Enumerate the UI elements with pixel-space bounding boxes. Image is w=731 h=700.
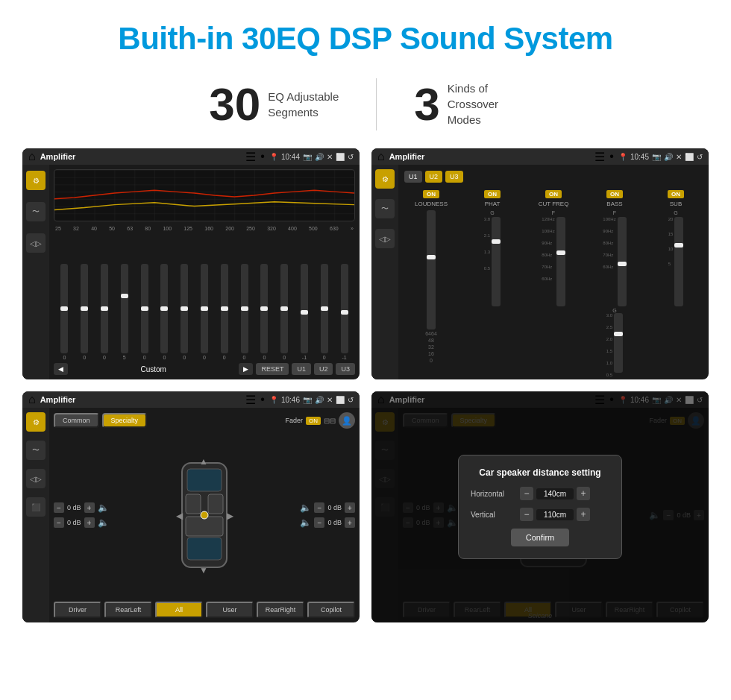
bass-on[interactable]: ON [606,190,623,198]
svg-rect-2 [187,469,222,491]
dialog-horizontal-minus[interactable]: − [520,487,533,500]
svg-rect-6 [186,517,223,536]
svg-text:▼: ▼ [199,565,208,575]
sp-fl-value: 0 dB [67,504,81,511]
amp-wave-btn[interactable]: 〜 [375,199,395,218]
screen-title-bl: Amplifier [40,395,242,404]
eq-next-btn[interactable]: ▶ [239,363,253,375]
sp-rl-minus[interactable]: − [54,517,64,528]
rear-left-btn[interactable]: RearLeft [104,602,152,618]
specialty-btn[interactable]: Specialty [102,413,148,428]
sub-label: SUB [670,201,682,207]
camera-icon-tr[interactable]: 📷 [652,153,661,161]
screen-icon-tr[interactable]: ⬜ [685,153,694,161]
fader-wave-btn[interactable]: 〜 [26,441,46,460]
rear-right-btn[interactable]: RearRight [257,602,304,618]
status-bar-bl: ⌂ Amplifier ☰ • 📍 10:46 📷 🔊 ✕ ⬜ ↺ [22,391,360,408]
driver-btn[interactable]: Driver [54,602,101,618]
eq-tune-btn[interactable]: ⚙ [26,171,46,190]
eq-vol-btn[interactable]: ◁▷ [26,233,46,253]
volume-icon-bl[interactable]: 🔊 [315,396,324,404]
sp-rr-minus[interactable]: − [314,517,324,528]
amp-u3-btn[interactable]: U3 [445,171,463,183]
page-title: Buith-in 30EQ DSP Sound System [0,0,731,70]
location-icon-tl: 📍 [269,153,278,161]
screen-title-tl: Amplifier [40,152,242,161]
fader-bt-btn[interactable]: ⬛ [26,497,46,517]
home-icon-bl[interactable]: ⌂ [28,393,36,406]
screen-fader: ⌂ Amplifier ☰ • 📍 10:46 📷 🔊 ✕ ⬜ ↺ ⚙ 〜 ◁▷… [22,391,360,622]
time-tl: 10:44 [281,153,300,161]
amp-u2-btn[interactable]: U2 [425,171,443,183]
speaker-fr: 🔈 − 0 dB + [300,502,355,513]
home-icon-tr[interactable]: ⌂ [377,150,385,163]
screen-icon-tl[interactable]: ⬜ [336,153,345,161]
back-icon-tr[interactable]: ↺ [697,153,703,161]
screen-icon-bl[interactable]: ⬜ [336,396,345,404]
phat-on[interactable]: ON [484,190,501,198]
fader-tune-btn[interactable]: ⚙ [26,412,46,432]
fader-vol-btn[interactable]: ◁▷ [26,469,46,488]
x-icon-tr[interactable]: ✕ [676,153,682,161]
eq-u1-btn[interactable]: U1 [292,363,311,375]
eq-reset-btn[interactable]: RESET [256,363,289,375]
amp-side-controls: ⚙ 〜 ◁▷ [371,165,398,379]
dialog-vertical-minus[interactable]: − [520,508,533,521]
user-btn[interactable]: User [206,602,254,618]
eq-slider-6: 0 [175,264,194,360]
common-btn[interactable]: Common [54,413,99,428]
menu-icon-tl[interactable]: ☰ [245,150,256,164]
all-btn[interactable]: All [155,602,203,618]
dialog-horizontal-plus[interactable]: + [577,487,590,500]
cutfreq-on[interactable]: ON [545,190,562,198]
speaker-rl: − 0 dB + 🔈 [54,517,109,528]
back-icon-tl[interactable]: ↺ [348,153,354,161]
sub-on[interactable]: ON [668,190,684,198]
fader-screen-body: ⚙ 〜 ◁▷ ⬛ Common Specialty Fader ON ⊟⊟ 👤 [22,408,360,622]
dialog-horizontal-value: 140cm [536,488,574,499]
volume-icon-tr[interactable]: 🔊 [664,153,673,161]
fader-sliders-icon[interactable]: ⊟⊟ [324,417,336,425]
sp-fr-minus[interactable]: − [314,502,324,513]
eq-wave-btn[interactable]: 〜 [26,202,46,221]
dialog-vertical-value: 110cm [536,509,574,520]
camera-icon-bl[interactable]: 📷 [303,396,312,404]
volume-icon-tl[interactable]: 🔊 [315,153,324,161]
dialog-vertical-plus[interactable]: + [577,508,590,521]
x-icon-bl[interactable]: ✕ [327,396,333,404]
amp-ch-loudness: ON LOUDNESS 6464 48 32 16 [403,190,459,377]
eq-slider-1: 0 [75,264,94,360]
time-tr: 10:45 [630,153,649,161]
copilot-btn[interactable]: Copilot [307,602,355,618]
eq-slider-7: 0 [195,264,214,360]
menu-icon-tr[interactable]: ☰ [594,150,605,164]
amp-tune-btn[interactable]: ⚙ [375,169,395,189]
speaker-layout: − 0 dB + 🔈 − 0 dB + 🔈 [54,435,355,596]
sp-fl-plus[interactable]: + [84,502,95,513]
sp-rr-plus[interactable]: + [345,517,355,528]
fader-person-icon[interactable]: 👤 [339,412,355,429]
svg-rect-5 [208,494,223,514]
svg-rect-4 [186,494,201,514]
confirm-button[interactable]: Confirm [511,529,570,546]
x-icon-tl[interactable]: ✕ [327,153,333,161]
sp-rl-plus[interactable]: + [84,517,95,528]
eq-u2-btn[interactable]: U2 [314,363,333,375]
amp-u1-btn[interactable]: U1 [404,171,422,183]
sp-fr-plus[interactable]: + [345,502,355,513]
screens-grid: ⌂ Amplifier ☰ • 📍 10:44 📷 🔊 ✕ ⬜ ↺ ⚙ 〜 ◁▷ [0,148,731,637]
eq-screen-body: ⚙ 〜 ◁▷ [22,165,360,379]
camera-icon-tl[interactable]: 📷 [303,153,312,161]
menu-icon-bl[interactable]: ☰ [245,393,256,407]
eq-bottom: ◀ Custom ▶ RESET U1 U2 U3 [54,360,355,375]
eq-u3-btn[interactable]: U3 [336,363,355,375]
home-icon-tl[interactable]: ⌂ [28,150,36,163]
sp-fl-minus[interactable]: − [54,502,64,513]
eq-prev-btn[interactable]: ◀ [54,363,68,375]
back-icon-bl[interactable]: ↺ [348,396,354,404]
amp-ch-bass: ON BASS F 100Hz90Hz80Hz70Hz60Hz G [586,190,643,377]
eq-slider-11: 0 [275,264,294,360]
amp-vol-btn[interactable]: ◁▷ [375,229,395,248]
stat-eq-number: 30 [209,78,260,130]
loudness-on[interactable]: ON [423,190,439,198]
